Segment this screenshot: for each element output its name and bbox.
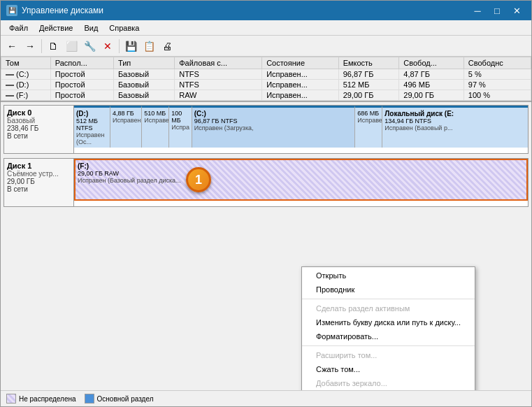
- ctx-mirror: Добавить зеркало...: [302, 376, 475, 390]
- disk-table: Том Распол... Тип Файловая с... Состояни…: [1, 57, 531, 101]
- ctx-sep-1: [302, 299, 475, 299]
- main-window: 💾 Управление дисками ─ □ ✕ Файл Действие…: [0, 0, 532, 407]
- row1-cap: 512 МБ: [338, 80, 399, 90]
- disk-0-status: В сети: [7, 132, 71, 140]
- disk-1-partitions: (F:) 29,00 ГБ RAW Исправен (Базовый разд…: [74, 159, 528, 201]
- toolbar-btn-1[interactable]: 🗋: [45, 38, 62, 55]
- legend: Не распределена Основной раздел: [1, 390, 531, 406]
- col-header-raspo[interactable]: Распол...: [50, 57, 113, 69]
- table-row[interactable]: (D:) Простой Базовый NTFS Исправен... 51…: [1, 80, 531, 90]
- partition-2[interactable]: 510 МБ Исправен: [142, 106, 169, 148]
- col-header-tom[interactable]: Том: [1, 57, 51, 69]
- disk-1-status: В сети: [7, 185, 71, 193]
- forward-button[interactable]: →: [22, 38, 38, 55]
- toolbar-btn-copy[interactable]: 📋: [141, 38, 157, 55]
- partition-c[interactable]: (C:) 96,87 ГБ NTFS Исправен (Загрузка,: [192, 106, 356, 148]
- title-bar-left: 💾 Управление дисками: [6, 5, 103, 16]
- row1-type: Базовый: [113, 80, 174, 90]
- toolbar-btn-3[interactable]: 🔧: [81, 38, 98, 55]
- row1-status: Исправен...: [262, 80, 338, 90]
- row2-name: (F:): [1, 90, 51, 101]
- disk-1-name: Диск 1: [7, 162, 71, 170]
- partition-d[interactable]: (D:) 512 МБ NTFS Исправен (Ос...: [74, 106, 110, 148]
- row1-loc: Простой: [50, 80, 113, 90]
- app-icon: 💾: [6, 5, 17, 16]
- menu-file[interactable]: Файл: [3, 22, 34, 34]
- title-bar: 💾 Управление дисками ─ □ ✕: [1, 1, 531, 20]
- row2-type: Базовый: [113, 90, 174, 101]
- row0-name: (C:): [1, 69, 51, 80]
- disk-0-partitions: (D:) 512 МБ NTFS Исправен (Ос... 4,88 ГБ…: [74, 106, 528, 148]
- minimize-button[interactable]: ─: [468, 3, 487, 17]
- partition-e[interactable]: Локальный диск (E: 134,94 ГБ NTFS Исправ…: [382, 106, 528, 148]
- menu-view[interactable]: Вид: [78, 22, 103, 34]
- ctx-change-letter[interactable]: Изменить букву диска или путь к диску...: [302, 315, 475, 329]
- toolbar-btn-save[interactable]: 💾: [122, 38, 139, 55]
- row0-type: Базовый: [113, 69, 174, 80]
- row2-cap: 29,00 ГБ: [338, 90, 399, 101]
- disk-0-info: Диск 0 Базовый 238,46 ГБ В сети: [4, 106, 74, 153]
- ctx-format[interactable]: Форматировать...: [302, 329, 475, 343]
- row2-status: Исправен...: [262, 90, 338, 101]
- menu-bar: Файл Действие Вид Справка: [1, 20, 531, 36]
- main-content: Том Распол... Тип Файловая с... Состояни…: [1, 57, 531, 406]
- row2-free: 29,00 ГБ: [399, 90, 463, 101]
- disk-1-row: Диск 1 Съёмное устр... 29,00 ГБ В сети (…: [3, 158, 529, 207]
- row0-status: Исправен...: [262, 69, 338, 80]
- row0-cap: 96,87 ГБ: [338, 69, 399, 80]
- row1-fs: NTFS: [175, 80, 262, 90]
- disk-1-type: Съёмное устр...: [7, 170, 71, 178]
- toolbar: ← → 🗋 ⬜ 🔧 ✕ 💾 📋 🖨: [1, 36, 531, 57]
- partition-3[interactable]: 100 МБ Испра: [169, 106, 192, 148]
- menu-action[interactable]: Действие: [34, 22, 78, 34]
- toolbar-btn-delete[interactable]: ✕: [99, 38, 116, 55]
- table-row[interactable]: (F:) Простой Базовый RAW Исправен... 29,…: [1, 90, 531, 101]
- toolbar-btn-2[interactable]: ⬜: [63, 38, 80, 55]
- legend-unalloc: Не распределена: [6, 394, 76, 404]
- badge-1: 1: [186, 167, 211, 192]
- legend-unalloc-label: Не распределена: [19, 395, 76, 403]
- row0-free: 4,87 ГБ: [399, 69, 463, 80]
- partition-5[interactable]: 686 МБ Исправен: [355, 106, 382, 148]
- table-row[interactable]: (C:) Простой Базовый NTFS Исправен... 96…: [1, 69, 531, 80]
- row0-loc: Простой: [50, 69, 113, 80]
- disk-0-name: Диск 0: [7, 108, 71, 117]
- ctx-sep-2: [302, 345, 475, 346]
- partition-f[interactable]: (F:) 29,00 ГБ RAW Исправен (Базовый разд…: [74, 159, 528, 201]
- disk-0-row: Диск 0 Базовый 238,46 ГБ В сети (D:) 512…: [3, 105, 529, 154]
- row1-name: (D:): [1, 80, 51, 90]
- maximize-button[interactable]: □: [488, 3, 506, 17]
- ctx-active: Сделать раздел активным: [302, 301, 475, 315]
- col-header-free-pct[interactable]: Свободнс: [463, 57, 531, 69]
- disk-0-size: 238,46 ГБ: [7, 124, 71, 132]
- title-controls: ─ □ ✕: [468, 3, 526, 17]
- disk-1-size: 29,00 ГБ: [7, 178, 71, 185]
- partition-1[interactable]: 4,88 ГБ Исправен: [110, 106, 142, 148]
- legend-primary: Основной раздел: [85, 394, 154, 404]
- close-button[interactable]: ✕: [508, 3, 526, 17]
- disk-layout-area: Диск 0 Базовый 238,46 ГБ В сети (D:) 512…: [1, 102, 531, 390]
- toolbar-btn-print[interactable]: 🖨: [159, 38, 175, 55]
- toolbar-separator-2: [119, 39, 120, 53]
- ctx-open[interactable]: Открыть: [302, 269, 475, 283]
- disk-0-type: Базовый: [7, 117, 71, 124]
- col-header-free[interactable]: Свобод...: [399, 57, 463, 69]
- row2-loc: Простой: [50, 90, 113, 101]
- menu-help[interactable]: Справка: [103, 22, 145, 34]
- col-header-capacity[interactable]: Емкость: [338, 57, 399, 69]
- disk-1-info: Диск 1 Съёмное устр... 29,00 ГБ В сети: [4, 159, 74, 206]
- row0-fs: NTFS: [175, 69, 262, 80]
- legend-unalloc-box: [6, 394, 16, 404]
- col-header-type[interactable]: Тип: [113, 57, 174, 69]
- ctx-shrink[interactable]: Сжать том...: [302, 362, 475, 376]
- col-header-fs[interactable]: Файловая с...: [175, 57, 262, 69]
- row1-free: 496 МБ: [399, 80, 463, 90]
- toolbar-separator-1: [41, 39, 42, 53]
- ctx-explorer[interactable]: Проводник: [302, 283, 475, 297]
- window-title: Управление дисками: [22, 6, 103, 15]
- col-header-status[interactable]: Состояние: [262, 57, 338, 69]
- legend-primary-box: [85, 394, 94, 404]
- back-button[interactable]: ←: [3, 38, 20, 55]
- row2-freepct: 100 %: [463, 90, 531, 101]
- row0-freepct: 5 %: [463, 69, 531, 80]
